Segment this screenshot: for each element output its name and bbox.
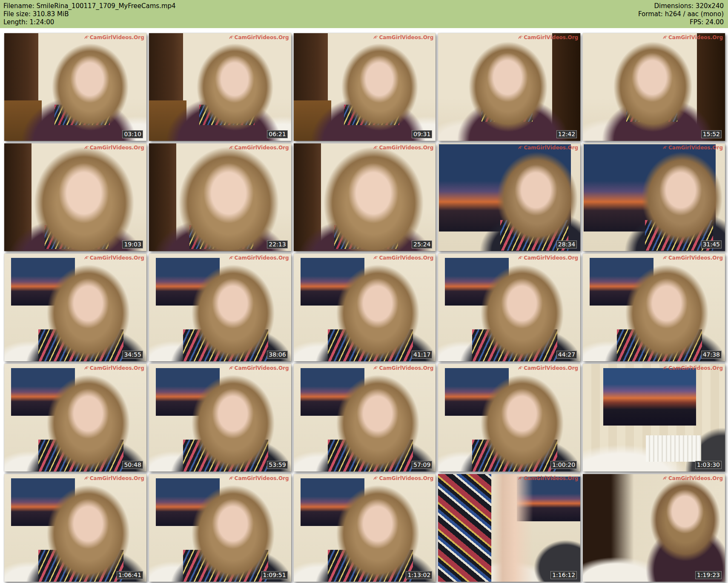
video-thumbnail: CamGirlVideos.Org 19:03 <box>4 143 146 251</box>
camgirlvideos-logo-icon <box>84 256 89 260</box>
video-thumbnail: CamGirlVideos.Org 12:42 <box>438 33 580 141</box>
camgirlvideos-logo-icon <box>84 366 89 371</box>
watermark: CamGirlVideos.Org <box>518 365 578 371</box>
watermark-text: CamGirlVideos.Org <box>524 255 578 261</box>
thumbnail-image <box>583 254 725 361</box>
video-thumbnail: CamGirlVideos.Org 1:09:51 <box>149 474 291 582</box>
timestamp-badge: 57:09 <box>412 461 432 469</box>
watermark: CamGirlVideos.Org <box>663 475 723 481</box>
watermark: CamGirlVideos.Org <box>229 365 289 371</box>
thumbnail-image <box>4 254 146 361</box>
watermark: CamGirlVideos.Org <box>373 365 433 371</box>
watermark-text: CamGirlVideos.Org <box>668 255 723 261</box>
watermark: CamGirlVideos.Org <box>84 475 144 481</box>
timestamp-badge: 03:10 <box>122 130 143 138</box>
video-thumbnail: CamGirlVideos.Org 34:55 <box>4 254 146 361</box>
camgirlvideos-logo-icon <box>518 366 523 371</box>
thumbnail-image <box>294 143 436 251</box>
watermark-text: CamGirlVideos.Org <box>524 475 578 481</box>
camgirlvideos-logo-icon <box>229 256 234 260</box>
timestamp-badge: 1:03:30 <box>695 461 722 469</box>
camgirlvideos-logo-icon <box>84 35 89 40</box>
watermark: CamGirlVideos.Org <box>229 34 289 40</box>
timestamp-badge: 38:06 <box>267 351 287 359</box>
timestamp-badge: 09:31 <box>412 130 432 138</box>
timestamp-badge: 44:27 <box>556 351 577 359</box>
thumbnail-image <box>583 33 725 141</box>
video-thumbnail: CamGirlVideos.Org 25:24 <box>294 143 436 251</box>
thumbnail-image <box>294 254 436 361</box>
watermark-text: CamGirlVideos.Org <box>235 475 289 481</box>
thumbnail-image <box>149 33 291 141</box>
camgirlvideos-logo-icon <box>663 366 668 371</box>
timestamp-badge: 53:59 <box>267 461 287 469</box>
watermark-text: CamGirlVideos.Org <box>668 365 723 371</box>
timestamp-badge: 41:17 <box>412 351 432 359</box>
watermark-text: CamGirlVideos.Org <box>235 255 289 261</box>
watermark-text: CamGirlVideos.Org <box>379 475 433 481</box>
filename-line: Filename: SmileRina_100117_1709_MyFreeCa… <box>3 2 176 10</box>
watermark-text: CamGirlVideos.Org <box>379 255 433 261</box>
watermark: CamGirlVideos.Org <box>229 145 289 151</box>
watermark: CamGirlVideos.Org <box>229 475 289 481</box>
timestamp-badge: 12:42 <box>556 130 577 138</box>
watermark-text: CamGirlVideos.Org <box>668 145 723 151</box>
timestamp-badge: 28:34 <box>556 240 577 249</box>
watermark-text: CamGirlVideos.Org <box>379 145 433 151</box>
watermark-text: CamGirlVideos.Org <box>524 145 578 151</box>
watermark-text: CamGirlVideos.Org <box>90 255 144 261</box>
watermark-text: CamGirlVideos.Org <box>379 365 433 371</box>
thumbnail-image <box>4 474 146 582</box>
thumbnail-image <box>4 143 146 251</box>
watermark-text: CamGirlVideos.Org <box>235 145 289 151</box>
length-line: Length: 1:24:00 <box>3 18 176 26</box>
video-thumbnail: CamGirlVideos.Org 22:13 <box>149 143 291 251</box>
thumbnail-image <box>438 143 580 251</box>
thumbnail-image <box>294 474 436 582</box>
timestamp-badge: 34:55 <box>122 351 143 359</box>
thumbnail-image <box>438 33 580 141</box>
video-thumbnail: CamGirlVideos.Org 1:13:02 <box>294 474 436 582</box>
timestamp-badge: 47:38 <box>701 351 722 359</box>
watermark: CamGirlVideos.Org <box>518 34 578 40</box>
file-info-left: Filename: SmileRina_100117_1709_MyFreeCa… <box>3 2 176 28</box>
camgirlvideos-logo-icon <box>373 366 378 371</box>
video-thumbnail: CamGirlVideos.Org 50:48 <box>4 364 146 472</box>
watermark: CamGirlVideos.Org <box>518 475 578 481</box>
video-thumbnail: CamGirlVideos.Org 41:17 <box>294 254 436 361</box>
camgirlvideos-logo-icon <box>84 146 89 150</box>
video-thumbnail: CamGirlVideos.Org 06:21 <box>149 33 291 141</box>
camgirlvideos-logo-icon <box>663 146 668 150</box>
camgirlvideos-logo-icon <box>373 476 378 481</box>
timestamp-badge: 1:09:51 <box>261 571 288 579</box>
timestamp-badge: 1:16:12 <box>550 571 577 579</box>
timestamp-badge: 06:21 <box>267 130 287 138</box>
camgirlvideos-logo-icon <box>663 476 668 481</box>
format-line: Format: h264 / aac (mono) <box>638 10 724 18</box>
watermark: CamGirlVideos.Org <box>663 34 723 40</box>
camgirlvideos-logo-icon <box>518 35 523 40</box>
video-thumbnail: CamGirlVideos.Org 38:06 <box>149 254 291 361</box>
watermark-text: CamGirlVideos.Org <box>524 34 578 40</box>
timestamp-badge: 1:19:23 <box>695 571 722 579</box>
watermark-text: CamGirlVideos.Org <box>90 145 144 151</box>
camgirlvideos-logo-icon <box>229 476 234 481</box>
watermark: CamGirlVideos.Org <box>518 145 578 151</box>
thumbnail-image <box>438 254 580 361</box>
thumbnail-image <box>438 474 580 582</box>
video-thumbnail: CamGirlVideos.Org 53:59 <box>149 364 291 472</box>
watermark: CamGirlVideos.Org <box>663 255 723 261</box>
camgirlvideos-logo-icon <box>663 256 668 260</box>
timestamp-badge: 1:06:41 <box>117 571 143 579</box>
video-thumbnail: CamGirlVideos.Org 47:38 <box>583 254 725 361</box>
watermark: CamGirlVideos.Org <box>518 255 578 261</box>
timestamp-badge: 22:13 <box>267 240 287 249</box>
thumbnail-image <box>294 33 436 141</box>
thumbnail-image <box>4 364 146 472</box>
camgirlvideos-logo-icon <box>84 476 89 481</box>
camgirlvideos-logo-icon <box>518 146 523 150</box>
watermark-text: CamGirlVideos.Org <box>235 34 289 40</box>
thumbnail-image <box>583 143 725 251</box>
camgirlvideos-logo-icon <box>229 146 234 150</box>
watermark: CamGirlVideos.Org <box>373 475 433 481</box>
